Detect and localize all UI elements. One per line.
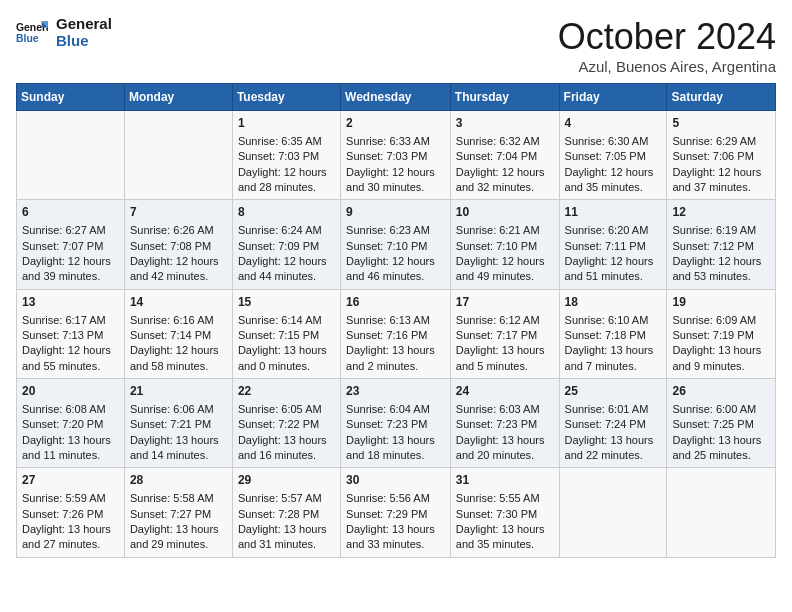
day-number: 1: [238, 115, 335, 132]
calendar-cell: 1Sunrise: 6:35 AMSunset: 7:03 PMDaylight…: [232, 111, 340, 200]
sunset-text: Sunset: 7:11 PM: [565, 239, 662, 254]
daylight-text: Daylight: 12 hours and 28 minutes.: [238, 165, 335, 196]
sunrise-text: Sunrise: 6:30 AM: [565, 134, 662, 149]
daylight-text: Daylight: 12 hours and 30 minutes.: [346, 165, 445, 196]
sunset-text: Sunset: 7:23 PM: [456, 417, 554, 432]
daylight-text: Daylight: 13 hours and 7 minutes.: [565, 343, 662, 374]
sunset-text: Sunset: 7:10 PM: [346, 239, 445, 254]
day-number: 7: [130, 204, 227, 221]
sunrise-text: Sunrise: 6:05 AM: [238, 402, 335, 417]
sunrise-text: Sunrise: 5:56 AM: [346, 491, 445, 506]
sunset-text: Sunset: 7:21 PM: [130, 417, 227, 432]
calendar-cell: 16Sunrise: 6:13 AMSunset: 7:16 PMDayligh…: [341, 289, 451, 378]
sunset-text: Sunset: 7:28 PM: [238, 507, 335, 522]
calendar-cell: 28Sunrise: 5:58 AMSunset: 7:27 PMDayligh…: [124, 468, 232, 557]
calendar-cell: [124, 111, 232, 200]
daylight-text: Daylight: 13 hours and 14 minutes.: [130, 433, 227, 464]
calendar-cell: 9Sunrise: 6:23 AMSunset: 7:10 PMDaylight…: [341, 200, 451, 289]
calendar-cell: 13Sunrise: 6:17 AMSunset: 7:13 PMDayligh…: [17, 289, 125, 378]
sunset-text: Sunset: 7:03 PM: [238, 149, 335, 164]
daylight-text: Daylight: 12 hours and 46 minutes.: [346, 254, 445, 285]
calendar-cell: 2Sunrise: 6:33 AMSunset: 7:03 PMDaylight…: [341, 111, 451, 200]
daylight-text: Daylight: 13 hours and 2 minutes.: [346, 343, 445, 374]
calendar-week-row: 6Sunrise: 6:27 AMSunset: 7:07 PMDaylight…: [17, 200, 776, 289]
daylight-text: Daylight: 13 hours and 33 minutes.: [346, 522, 445, 553]
daylight-text: Daylight: 13 hours and 5 minutes.: [456, 343, 554, 374]
sunset-text: Sunset: 7:29 PM: [346, 507, 445, 522]
day-number: 14: [130, 294, 227, 311]
day-number: 30: [346, 472, 445, 489]
calendar-cell: 22Sunrise: 6:05 AMSunset: 7:22 PMDayligh…: [232, 379, 340, 468]
logo-line2: Blue: [56, 33, 112, 50]
sunrise-text: Sunrise: 6:33 AM: [346, 134, 445, 149]
daylight-text: Daylight: 13 hours and 27 minutes.: [22, 522, 119, 553]
sunrise-text: Sunrise: 6:29 AM: [672, 134, 770, 149]
daylight-text: Daylight: 13 hours and 20 minutes.: [456, 433, 554, 464]
day-number: 9: [346, 204, 445, 221]
calendar-cell: 14Sunrise: 6:16 AMSunset: 7:14 PMDayligh…: [124, 289, 232, 378]
calendar-cell: 10Sunrise: 6:21 AMSunset: 7:10 PMDayligh…: [450, 200, 559, 289]
calendar-cell: 23Sunrise: 6:04 AMSunset: 7:23 PMDayligh…: [341, 379, 451, 468]
calendar-cell: 7Sunrise: 6:26 AMSunset: 7:08 PMDaylight…: [124, 200, 232, 289]
weekday-header-monday: Monday: [124, 84, 232, 111]
sunset-text: Sunset: 7:12 PM: [672, 239, 770, 254]
calendar-cell: 5Sunrise: 6:29 AMSunset: 7:06 PMDaylight…: [667, 111, 776, 200]
daylight-text: Daylight: 12 hours and 44 minutes.: [238, 254, 335, 285]
calendar-cell: 17Sunrise: 6:12 AMSunset: 7:17 PMDayligh…: [450, 289, 559, 378]
calendar-cell: [17, 111, 125, 200]
sunrise-text: Sunrise: 6:10 AM: [565, 313, 662, 328]
daylight-text: Daylight: 13 hours and 29 minutes.: [130, 522, 227, 553]
day-number: 29: [238, 472, 335, 489]
day-number: 10: [456, 204, 554, 221]
sunrise-text: Sunrise: 6:17 AM: [22, 313, 119, 328]
sunrise-text: Sunrise: 6:08 AM: [22, 402, 119, 417]
daylight-text: Daylight: 13 hours and 11 minutes.: [22, 433, 119, 464]
sunset-text: Sunset: 7:20 PM: [22, 417, 119, 432]
daylight-text: Daylight: 13 hours and 22 minutes.: [565, 433, 662, 464]
sunrise-text: Sunrise: 6:00 AM: [672, 402, 770, 417]
sunset-text: Sunset: 7:14 PM: [130, 328, 227, 343]
calendar-cell: 12Sunrise: 6:19 AMSunset: 7:12 PMDayligh…: [667, 200, 776, 289]
sunset-text: Sunset: 7:06 PM: [672, 149, 770, 164]
day-number: 11: [565, 204, 662, 221]
day-number: 18: [565, 294, 662, 311]
daylight-text: Daylight: 13 hours and 18 minutes.: [346, 433, 445, 464]
daylight-text: Daylight: 13 hours and 31 minutes.: [238, 522, 335, 553]
sunset-text: Sunset: 7:07 PM: [22, 239, 119, 254]
sunset-text: Sunset: 7:22 PM: [238, 417, 335, 432]
sunrise-text: Sunrise: 6:23 AM: [346, 223, 445, 238]
daylight-text: Daylight: 12 hours and 55 minutes.: [22, 343, 119, 374]
sunset-text: Sunset: 7:05 PM: [565, 149, 662, 164]
sunset-text: Sunset: 7:15 PM: [238, 328, 335, 343]
calendar-cell: [667, 468, 776, 557]
month-title: October 2024: [558, 16, 776, 58]
sunrise-text: Sunrise: 6:21 AM: [456, 223, 554, 238]
sunrise-text: Sunrise: 6:27 AM: [22, 223, 119, 238]
day-number: 23: [346, 383, 445, 400]
svg-text:Blue: Blue: [16, 32, 39, 43]
calendar-body: 1Sunrise: 6:35 AMSunset: 7:03 PMDaylight…: [17, 111, 776, 558]
sunrise-text: Sunrise: 6:12 AM: [456, 313, 554, 328]
calendar-cell: 21Sunrise: 6:06 AMSunset: 7:21 PMDayligh…: [124, 379, 232, 468]
sunrise-text: Sunrise: 6:32 AM: [456, 134, 554, 149]
calendar-week-row: 13Sunrise: 6:17 AMSunset: 7:13 PMDayligh…: [17, 289, 776, 378]
sunrise-text: Sunrise: 6:16 AM: [130, 313, 227, 328]
daylight-text: Daylight: 12 hours and 58 minutes.: [130, 343, 227, 374]
day-number: 25: [565, 383, 662, 400]
sunset-text: Sunset: 7:04 PM: [456, 149, 554, 164]
day-number: 2: [346, 115, 445, 132]
daylight-text: Daylight: 12 hours and 53 minutes.: [672, 254, 770, 285]
daylight-text: Daylight: 13 hours and 35 minutes.: [456, 522, 554, 553]
calendar-cell: 25Sunrise: 6:01 AMSunset: 7:24 PMDayligh…: [559, 379, 667, 468]
day-number: 27: [22, 472, 119, 489]
day-number: 24: [456, 383, 554, 400]
calendar-week-row: 1Sunrise: 6:35 AMSunset: 7:03 PMDaylight…: [17, 111, 776, 200]
day-number: 17: [456, 294, 554, 311]
sunrise-text: Sunrise: 6:35 AM: [238, 134, 335, 149]
calendar-cell: 8Sunrise: 6:24 AMSunset: 7:09 PMDaylight…: [232, 200, 340, 289]
calendar-cell: 15Sunrise: 6:14 AMSunset: 7:15 PMDayligh…: [232, 289, 340, 378]
sunrise-text: Sunrise: 6:19 AM: [672, 223, 770, 238]
calendar-cell: 26Sunrise: 6:00 AMSunset: 7:25 PMDayligh…: [667, 379, 776, 468]
sunrise-text: Sunrise: 6:20 AM: [565, 223, 662, 238]
sunset-text: Sunset: 7:24 PM: [565, 417, 662, 432]
